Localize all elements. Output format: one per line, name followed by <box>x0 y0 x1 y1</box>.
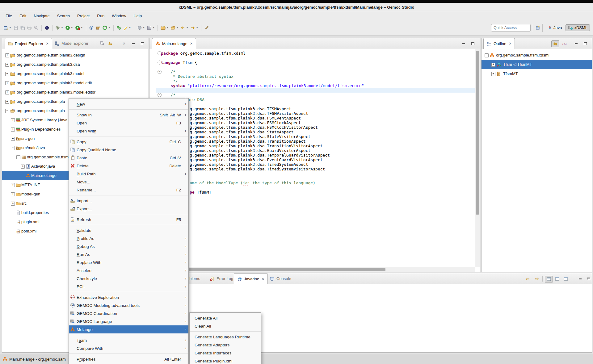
expand-icon[interactable]: + <box>11 118 15 122</box>
menubar-item-window[interactable]: Window <box>108 13 130 19</box>
tab-project-explorer[interactable]: Project Explorer✕ <box>5 38 52 49</box>
tree-item-org-gemoc-sample-tfsm-plaink3-model-edit[interactable]: +Morg.gemoc.sample.tfsm.plaink3.model.ed… <box>2 78 148 88</box>
minimize-panel-icon[interactable] <box>572 40 580 47</box>
collapse-all-icon[interactable] <box>99 40 106 47</box>
outline-item-tfsmmt[interactable]: +TfsmMT <box>482 69 592 78</box>
outline-item-tfsm-tfsmmt[interactable]: +Tfsm ◁ TfsmMT <box>482 60 592 69</box>
chevron-down-icon[interactable]: ▼ <box>176 26 179 29</box>
acceleo-button[interactable] <box>44 24 50 32</box>
menu-item-profile-as[interactable]: Profile As› <box>69 234 188 242</box>
fold-collapse-icon[interactable]: − <box>158 70 162 74</box>
menu-item-import[interactable]: Import... <box>69 197 188 205</box>
menubar-item-search[interactable]: Search <box>53 13 74 19</box>
fold-collapse-icon[interactable]: − <box>158 61 162 65</box>
menubar-item-edit[interactable]: Edit <box>16 13 30 19</box>
close-icon[interactable]: ✕ <box>190 42 193 46</box>
new-artifact-button[interactable] <box>95 24 102 32</box>
outline-item-org-gemoc-sample-tfsm-xdsml[interactable]: −org.gemoc.sample.tfsm.xdsml <box>482 51 592 60</box>
menu-item-new[interactable]: New› <box>69 100 188 108</box>
menu-item-delete[interactable]: DeleteDelete <box>69 162 188 170</box>
update-button[interactable]: ▼ <box>102 24 111 32</box>
tree-item-org-gemoc-sample-tfsm-plaink3-model-editor[interactable]: +Morg.gemoc.sample.tfsm.plaink3.model.ed… <box>2 88 148 97</box>
menu-item-paste[interactable]: PasteCtrl+V <box>69 154 188 162</box>
expand-icon[interactable]: + <box>11 192 15 196</box>
menu-item-gemoc-language[interactable]: GEMOC Language› <box>69 317 188 325</box>
view-menu-icon[interactable]: ▽ <box>120 40 128 47</box>
expand-icon[interactable]: + <box>11 202 15 206</box>
tree-item-org-gemoc-sample-tfsm-plaink3-model[interactable]: +Morg.gemoc.sample.tfsm.plaink3.model <box>2 69 148 78</box>
collapse-icon[interactable]: − <box>485 53 489 57</box>
expand-icon[interactable]: + <box>5 90 9 94</box>
expand-icon[interactable]: + <box>5 81 9 85</box>
chevron-down-icon[interactable]: ▼ <box>71 26 73 29</box>
expand-icon[interactable]: + <box>491 63 495 67</box>
favorites-button[interactable]: ▼ <box>160 24 170 32</box>
menu-item-properties[interactable]: PropertiesAlt+Enter <box>69 355 188 363</box>
back-icon[interactable]: ⇦ <box>524 276 531 282</box>
grid-button[interactable]: ▼ <box>146 24 156 32</box>
code-editor[interactable]: package org.gemoc.sample.tfsm.xdsml−lang… <box>149 49 480 272</box>
outline-tab[interactable]: Outline ✕ <box>483 38 515 49</box>
editor-tab-main-melange[interactable]: Main.melange ✕ <box>152 38 196 49</box>
collapse-icon[interactable]: − <box>16 155 20 159</box>
menu-item-export[interactable]: Export... <box>69 205 188 213</box>
menu-item-generate-all[interactable]: Generate All <box>190 314 261 322</box>
menu-item-generate-plugin-xml[interactable]: Generate Plugin.xml <box>190 357 261 364</box>
menu-item-exhaustive-exploration[interactable]: csExhaustive Exploration› <box>69 293 188 301</box>
menu-item-generate-interfaces[interactable]: Generate Interfaces <box>190 349 261 357</box>
vertical-scrollbar[interactable] <box>475 49 480 267</box>
maximize-editor-icon[interactable] <box>469 40 477 47</box>
model-elements-button[interactable] <box>116 24 122 32</box>
annotate-button[interactable]: ▼ <box>122 24 132 32</box>
expand-icon[interactable]: + <box>5 72 9 76</box>
chevron-down-icon[interactable]: ▼ <box>143 26 145 29</box>
chevron-down-icon[interactable]: ▼ <box>108 26 111 29</box>
menu-item-replace-with[interactable]: Replace With› <box>69 258 188 266</box>
tree-item-org-gemoc-sample-tfsm-plaink3-design[interactable]: +Morg.gemoc.sample.tfsm.plaink3.design <box>2 51 148 60</box>
maximize-panel-icon[interactable] <box>585 276 592 282</box>
forward-button[interactable]: ▼ <box>189 24 199 32</box>
menu-item-copy-qualified-name[interactable]: Copy Qualified Name <box>69 146 188 154</box>
menubar-item-navigate[interactable]: Navigate <box>30 13 53 19</box>
chevron-down-icon[interactable]: ▼ <box>152 26 155 29</box>
minimize-panel-icon[interactable] <box>129 40 137 47</box>
menu-item-rename[interactable]: Rename...F2 <box>69 186 188 194</box>
fold-collapse-icon[interactable]: − <box>158 51 162 55</box>
menu-item-show-in[interactable]: Show InShift+Alt+W› <box>69 111 188 119</box>
menu-item-validate[interactable]: Validate <box>69 226 188 234</box>
external-tools-button[interactable]: ▼ <box>54 24 64 32</box>
link-with-editor-icon[interactable]: ⇆ <box>551 40 559 47</box>
menu-item-run-as[interactable]: Run As› <box>69 250 188 258</box>
minimize-panel-icon[interactable] <box>576 276 584 282</box>
chevron-down-icon[interactable]: ▼ <box>9 26 11 29</box>
expand-icon[interactable]: + <box>5 53 9 57</box>
detach-view-icon[interactable] <box>562 276 570 282</box>
tab-console[interactable]: Console <box>267 273 294 284</box>
expand-icon[interactable]: + <box>11 128 15 132</box>
horizontal-scrollbar[interactable] <box>149 267 475 272</box>
menu-item-acceleo[interactable]: Acceleo› <box>69 266 188 274</box>
menu-item-clean-all[interactable]: Clean All <box>190 322 261 330</box>
close-icon[interactable]: ✕ <box>509 42 511 46</box>
collapse-icon[interactable]: − <box>11 146 15 150</box>
menu-item-gemoc-modeling-advanced-tools[interactable]: MGEMOC Modeling advanced tools› <box>69 301 188 309</box>
menu-item-melange[interactable]: Melange› <box>69 325 188 333</box>
back-button[interactable]: ▼ <box>179 24 189 32</box>
chevron-down-icon[interactable]: ▼ <box>196 26 198 29</box>
tab-error-log[interactable]: Error Log <box>207 273 236 284</box>
maximize-panel-icon[interactable] <box>582 40 589 47</box>
chevron-down-icon[interactable]: ▼ <box>186 26 188 29</box>
run-last-button[interactable]: ▼ <box>74 24 84 32</box>
open-perspective-icon[interactable] <box>535 25 540 30</box>
expand-icon[interactable]: + <box>11 137 15 141</box>
menu-item-team[interactable]: Team› <box>69 336 188 344</box>
link-with-editor-icon[interactable]: ⇆ <box>107 40 114 47</box>
expand-icon[interactable]: + <box>5 100 9 104</box>
menu-item-open-with[interactable]: Open With› <box>69 127 188 135</box>
collapse-icon[interactable]: − <box>5 109 9 113</box>
format-button[interactable] <box>203 24 210 32</box>
menu-item-compare-with[interactable]: Compare With› <box>69 344 188 352</box>
expand-icon[interactable]: + <box>11 183 15 187</box>
stop-button[interactable]: ▼ <box>136 24 146 32</box>
menu-item-build-path[interactable]: Build Path› <box>69 170 188 178</box>
